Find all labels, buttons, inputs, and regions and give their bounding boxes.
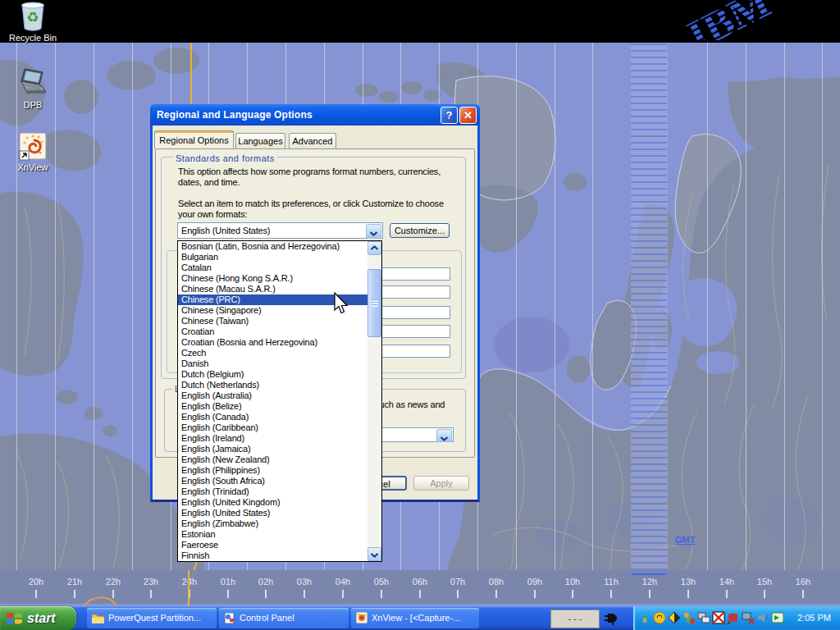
svg-text:15h: 15h: [757, 577, 772, 587]
svg-text:09h: 09h: [527, 577, 542, 587]
svg-text:07h: 07h: [450, 577, 465, 587]
svg-text:04h: 04h: [336, 577, 350, 587]
svg-text:10h: 10h: [565, 577, 580, 587]
svg-text:02h: 02h: [258, 577, 273, 587]
svg-text:21h: 21h: [67, 577, 82, 587]
svg-text:06h: 06h: [413, 577, 427, 587]
svg-text:05h: 05h: [374, 577, 389, 587]
svg-text:08h: 08h: [489, 577, 504, 587]
svg-text:22h: 22h: [106, 577, 121, 587]
svg-text:11h: 11h: [604, 577, 619, 587]
svg-text:13h: 13h: [681, 577, 696, 587]
svg-text:♻: ♻: [26, 10, 39, 25]
svg-text:14h: 14h: [719, 577, 734, 587]
svg-text:12h: 12h: [642, 577, 657, 587]
svg-text:03h: 03h: [297, 577, 312, 587]
svg-text:GMT: GMT: [675, 535, 696, 545]
svg-text:01h: 01h: [221, 577, 235, 587]
svg-text:16h: 16h: [796, 577, 810, 587]
svg-text:IBM: IBM: [680, 0, 778, 40]
svg-text:23h: 23h: [144, 577, 158, 587]
svg-text:20h: 20h: [29, 577, 43, 587]
